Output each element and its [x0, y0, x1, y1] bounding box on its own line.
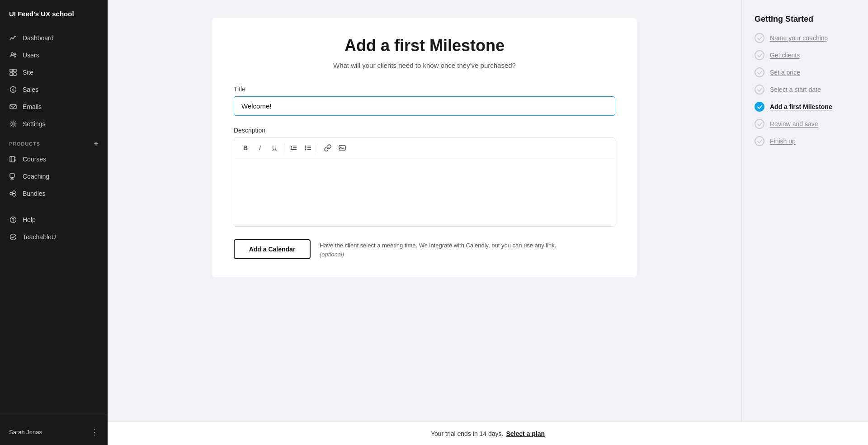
page-subtitle: What will your clients need to know once…	[234, 62, 615, 69]
svg-rect-4	[10, 73, 13, 76]
underline-button[interactable]: U	[268, 142, 281, 154]
sidebar-item-label: Help	[23, 216, 36, 223]
sidebar-item-teachableu[interactable]: TeachableU	[0, 228, 108, 246]
sidebar-item-label: Courses	[23, 156, 46, 163]
step-get-clients[interactable]: Get clients	[755, 50, 855, 60]
svg-rect-22	[293, 149, 297, 150]
description-input[interactable]	[234, 158, 615, 226]
toolbar-divider-2	[318, 143, 318, 152]
user-menu-icon[interactable]: ⋮	[90, 427, 99, 437]
sidebar-item-coaching[interactable]: Coaching	[0, 168, 108, 185]
ordered-list-button[interactable]: 1.	[287, 142, 301, 154]
sidebar-item-courses[interactable]: Courses	[0, 151, 108, 168]
step-icon	[755, 85, 764, 95]
svg-point-15	[13, 194, 15, 196]
step-icon	[755, 50, 764, 60]
bottom-bar: Your trial ends in 14 days. Select a pla…	[108, 421, 868, 445]
users-icon	[9, 51, 17, 59]
sidebar-item-label: Users	[23, 52, 39, 59]
svg-point-25	[305, 149, 307, 151]
getting-started-title: Getting Started	[755, 14, 855, 24]
title-label: Title	[234, 85, 615, 93]
svg-rect-2	[10, 69, 13, 72]
trial-text: Your trial ends in 14 days.	[431, 430, 504, 437]
form-container: Add a first Milestone What will your cli…	[108, 0, 741, 421]
calendar-hint: Have the client select a meeting time. W…	[320, 239, 556, 259]
media-button[interactable]	[335, 142, 349, 154]
step-review-and-save[interactable]: Review and save	[755, 119, 855, 129]
step-icon	[755, 102, 764, 112]
svg-rect-3	[14, 69, 16, 72]
step-icon	[755, 67, 764, 77]
user-name: Sarah Jonas	[9, 429, 42, 436]
step-icon	[755, 119, 764, 129]
svg-rect-10	[10, 156, 14, 162]
bold-button[interactable]: B	[239, 142, 252, 154]
step-select-start-date[interactable]: Select a start date	[755, 85, 855, 95]
sidebar-item-bundles[interactable]: Bundles	[0, 185, 108, 202]
italic-button[interactable]: I	[253, 142, 267, 154]
sidebar-item-label: Emails	[23, 103, 42, 110]
calendar-optional: (optional)	[320, 251, 344, 258]
step-label: Finish up	[770, 137, 796, 145]
svg-rect-21	[293, 147, 297, 148]
description-label: Description	[234, 127, 615, 134]
coaching-icon	[9, 172, 17, 180]
sidebar-item-label: TeachableU	[23, 233, 56, 241]
svg-text:$: $	[12, 88, 14, 92]
step-set-price[interactable]: Set a price	[755, 67, 855, 77]
link-button[interactable]	[321, 142, 335, 154]
main-area: Add a first Milestone What will your cli…	[108, 0, 868, 445]
sidebar-item-help[interactable]: Help	[0, 211, 108, 228]
svg-rect-11	[10, 174, 14, 177]
unordered-list-button[interactable]	[302, 142, 315, 154]
step-finish-up[interactable]: Finish up	[755, 136, 855, 146]
step-label: Add a first Milestone	[770, 103, 832, 110]
sidebar-item-label: Sales	[23, 86, 38, 93]
sidebar-nav: DashboardUsersSite$SalesEmailsSettings P…	[0, 26, 108, 415]
sidebar-item-label: Dashboard	[23, 34, 54, 42]
svg-point-13	[10, 192, 13, 195]
bundles-icon	[9, 189, 17, 198]
help-icon	[9, 216, 17, 224]
step-icon	[755, 136, 764, 146]
sidebar-bottom: Sarah Jonas ⋮	[0, 415, 108, 445]
svg-point-18	[10, 234, 16, 240]
products-section-header: PRODUCTS +	[0, 133, 108, 151]
svg-rect-29	[339, 146, 345, 150]
svg-rect-26	[307, 146, 311, 147]
add-product-icon[interactable]: +	[94, 140, 99, 148]
step-add-first-milestone[interactable]: Add a first Milestone	[755, 102, 855, 112]
sidebar-item-settings[interactable]: Settings	[0, 115, 108, 133]
content-area: Add a first Milestone What will your cli…	[108, 0, 868, 421]
step-name-coaching[interactable]: Name your coaching	[755, 33, 855, 43]
select-plan-link[interactable]: Select a plan	[506, 430, 545, 437]
svg-point-14	[13, 191, 15, 194]
step-icon	[755, 33, 764, 43]
step-label: Select a start date	[770, 86, 821, 93]
svg-point-9	[12, 123, 14, 125]
sidebar-item-users[interactable]: Users	[0, 47, 108, 64]
title-input[interactable]	[234, 96, 615, 116]
sidebar-item-dashboard[interactable]: Dashboard	[0, 29, 108, 47]
courses-icon	[9, 155, 17, 163]
page-title: Add a first Milestone	[234, 36, 615, 55]
svg-point-30	[340, 147, 341, 147]
sidebar-item-emails[interactable]: Emails	[0, 98, 108, 115]
right-sidebar: Getting Started Name your coaching Get c…	[741, 0, 868, 421]
svg-point-24	[305, 147, 307, 149]
teachableu-icon	[9, 233, 17, 241]
add-calendar-button[interactable]: Add a Calendar	[234, 239, 311, 259]
steps-list: Name your coaching Get clients Set a pri…	[755, 33, 855, 146]
circle-dollar-icon: $	[9, 85, 17, 94]
svg-rect-5	[14, 73, 16, 76]
step-label: Set a price	[770, 69, 800, 76]
svg-rect-28	[307, 149, 311, 150]
toolbar-divider-1	[284, 143, 284, 152]
sidebar-item-sales[interactable]: $Sales	[0, 81, 108, 98]
sidebar-item-site[interactable]: Site	[0, 64, 108, 81]
mail-icon	[9, 103, 17, 111]
sidebar: UI Feed's UX school DashboardUsersSite$S…	[0, 0, 108, 445]
sidebar-item-label: Settings	[23, 120, 46, 128]
sidebar-item-label: Site	[23, 69, 33, 76]
